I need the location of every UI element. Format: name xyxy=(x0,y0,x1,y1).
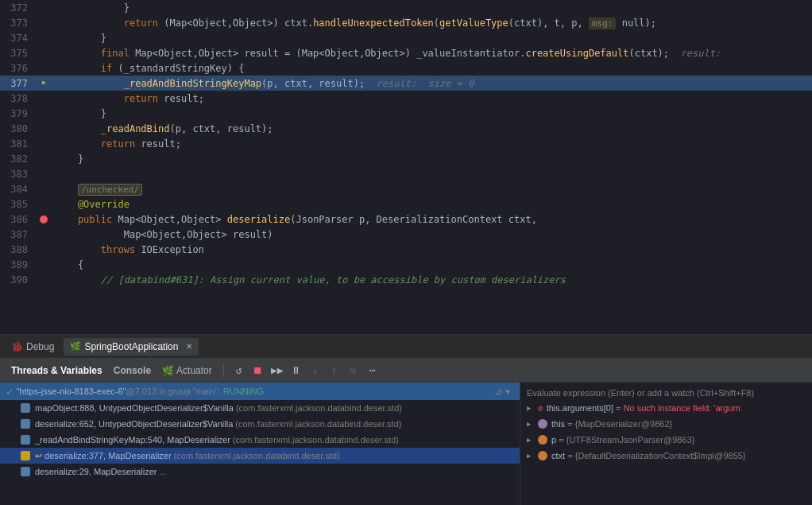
stack-frame-1[interactable]: deserialize:652, UntypedObjectDeserializ… xyxy=(0,416,520,432)
debug-panel: 🐞 Debug 🌿 SpringBootApplication ✕ Thread… xyxy=(0,334,812,505)
actuator-button[interactable]: 🌿 Actuator xyxy=(157,363,217,378)
toolbar-left: Threads & Variables Console 🌿 Actuator xyxy=(6,363,217,378)
stack-frame-icon xyxy=(21,403,30,413)
code-line-374: 374 } xyxy=(0,30,812,45)
var-item-ctxt[interactable]: ▶ ctxt = {DefaultDeserializationContext$… xyxy=(520,448,812,464)
code-content: } xyxy=(52,33,812,44)
line-number: 372 xyxy=(0,2,36,14)
line-number: 379 xyxy=(0,108,36,119)
code-content: _readAndBindStringKeyMap(p, ctxt, result… xyxy=(52,78,812,89)
var-equals: = xyxy=(567,419,573,429)
stop-button[interactable]: ⏹ xyxy=(249,362,267,379)
var-item-this[interactable]: ▶ this = {MapDeserializer@9862} xyxy=(520,416,812,432)
tab-debug[interactable]: 🐞 Debug xyxy=(5,338,60,355)
var-equals: = xyxy=(616,403,621,414)
code-content: return (Map<Object,Object>) ctxt.handleU… xyxy=(52,17,812,29)
toolbar-actions: ↺ ⏹ ▶▶ ⏸ ↓ ↑ ⊙ ⋯ xyxy=(230,362,381,379)
code-content: _readAndBind(p, ctxt, result); xyxy=(52,123,812,134)
var-equals: = xyxy=(567,451,573,461)
step-out-button[interactable]: ⊙ xyxy=(345,362,362,379)
code-line-373: 373 return (Map<Object,Object>) ctxt.han… xyxy=(0,15,812,30)
gutter: ➤ xyxy=(36,78,52,88)
threads-panel: ✓ "https-jsse-nio-8183-exec-6"@7,013 in … xyxy=(0,383,520,505)
line-number: 384 xyxy=(0,184,36,195)
line-number: 386 xyxy=(0,214,36,225)
stack-text: deserialize:29, MapDeserializer ... xyxy=(35,467,167,476)
code-line-387: 387 Map<Object,Object> result) xyxy=(0,227,812,242)
spring-tab-icon: 🌿 xyxy=(70,341,81,352)
tab-spring[interactable]: 🌿 SpringBootApplication ✕ xyxy=(64,338,199,355)
more-button[interactable]: ⋯ xyxy=(364,362,381,379)
console-button[interactable]: Console xyxy=(109,363,156,378)
spring-tab-label: SpringBootApplication xyxy=(84,341,178,352)
code-line-376: 376 if (_standardStringKey) { xyxy=(0,60,812,76)
line-number: 381 xyxy=(0,138,36,150)
expr-placeholder: Evaluate expression (Enter) or add a wat… xyxy=(527,388,754,398)
code-content: // [databind#631]: Assign current value,… xyxy=(52,274,812,286)
code-content: @Override xyxy=(52,199,812,210)
code-line-386: 386 public Map<Object,Object> deserializ… xyxy=(0,212,812,227)
code-lines: 372 } 373 return (Map<Object,Object>) ct… xyxy=(0,0,812,334)
pause-button[interactable]: ⏸ xyxy=(288,362,305,379)
stack-frame-icon xyxy=(21,419,30,429)
code-line-383: 383 xyxy=(0,166,812,181)
threads-vars-button[interactable]: Threads & Variables xyxy=(6,363,107,378)
var-item-p[interactable]: ▶ p = {UTF8StreamJsonParser@9863} xyxy=(520,432,812,448)
code-line-375: 375 final Map<Object,Object> result = (M… xyxy=(0,45,812,60)
stack-text: ↩ deserialize:377, MapDeserializer (com.… xyxy=(35,451,340,461)
code-content: /unchecked/ xyxy=(52,184,812,195)
expand-triangle: ▶ xyxy=(527,420,535,428)
stack-frame-0[interactable]: mapObject:888, UntypedObjectDeserializer… xyxy=(0,400,520,416)
gutter xyxy=(36,216,52,223)
variables-panel: Evaluate expression (Enter) or add a wat… xyxy=(520,383,812,505)
step-into-button[interactable]: ↑ xyxy=(326,362,343,379)
code-line-378: 378 return result; xyxy=(0,91,812,106)
var-name: this xyxy=(551,419,565,429)
rerun-button[interactable]: ↺ xyxy=(230,362,248,379)
expression-bar: Evaluate expression (Enter) or add a wat… xyxy=(520,386,812,400)
line-number: 376 xyxy=(0,63,36,74)
expand-icon[interactable]: ▼ xyxy=(505,387,510,396)
debug-tab-label: Debug xyxy=(26,341,54,352)
stack-text: deserialize:652, UntypedObjectDeserializ… xyxy=(35,419,401,429)
line-number: 385 xyxy=(0,199,36,210)
code-line-384: 384 /unchecked/ xyxy=(0,181,812,196)
code-content: } xyxy=(52,108,812,119)
line-number: 377 xyxy=(0,78,36,89)
var-item-arguments[interactable]: ▶ ⊘ this.arguments[0] = No such instance… xyxy=(520,400,812,416)
line-number: 388 xyxy=(0,244,36,255)
filter-icon[interactable]: ⊿ xyxy=(494,386,502,397)
close-icon[interactable]: ✕ xyxy=(186,342,192,351)
debug-tab-icon: 🐞 xyxy=(11,341,23,352)
code-line-388: 388 throws IOException xyxy=(0,242,812,257)
code-content: return result; xyxy=(52,138,812,150)
var-name: this.arguments[0] xyxy=(547,403,613,413)
thread-item-main[interactable]: ✓ "https-jsse-nio-8183-exec-6"@7,013 in … xyxy=(0,383,520,400)
code-content: throws IOException xyxy=(52,244,812,255)
code-line-379: 379 } xyxy=(0,106,812,121)
code-content: final Map<Object,Object> result = (Map<O… xyxy=(52,48,812,59)
stack-frame-3[interactable]: ↩ deserialize:377, MapDeserializer (com.… xyxy=(0,448,520,464)
resume-button[interactable]: ▶▶ xyxy=(269,362,286,379)
expand-triangle: ▶ xyxy=(527,404,535,412)
stack-text: mapObject:888, UntypedObjectDeserializer… xyxy=(35,403,402,413)
stack-frame-2[interactable]: _readAndBindStringKeyMap:540, MapDeseria… xyxy=(0,432,520,448)
code-content: { xyxy=(52,259,812,270)
expand-triangle: ▶ xyxy=(527,452,535,460)
code-content: Map<Object,Object> result) xyxy=(52,229,812,240)
var-value: {UTF8StreamJsonParser@9863} xyxy=(566,435,695,445)
var-value: {DefaultDeserializationContext$Impl@9855… xyxy=(575,451,746,460)
code-content: } xyxy=(52,2,812,14)
stack-frame-4[interactable]: deserialize:29, MapDeserializer ... xyxy=(0,464,520,480)
stack-frame-icon-active xyxy=(21,451,30,460)
var-equals: = xyxy=(559,435,564,445)
line-number: 387 xyxy=(0,229,36,240)
debug-toolbar: Threads & Variables Console 🌿 Actuator ↺… xyxy=(0,359,812,383)
code-content: public Map<Object,Object> deserialize(Js… xyxy=(52,214,812,225)
var-icon xyxy=(538,435,547,445)
stack-frame-icon xyxy=(21,435,30,445)
step-over-button[interactable]: ↓ xyxy=(307,362,324,379)
line-number: 383 xyxy=(0,169,36,180)
var-value: {MapDeserializer@9862} xyxy=(575,419,672,429)
line-number: 373 xyxy=(0,17,36,29)
